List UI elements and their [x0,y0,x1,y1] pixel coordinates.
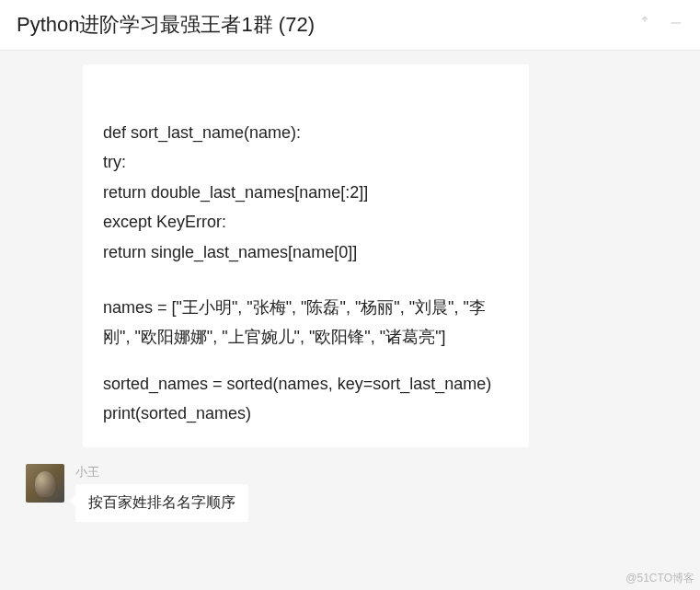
code-line: return double_last_names[name[:2]] [103,178,509,207]
chat-title: Python进阶学习最强王者1群 (72) [17,11,315,39]
code-line: names = ["王小明", "张梅", "陈磊", "杨丽", "刘晨", … [103,293,509,353]
cutoff-text: — — · · — · [103,74,509,85]
code-line: return single_last_names[name[0]] [103,237,509,267]
code-line: try: [103,147,509,177]
chat-header: Python进阶学习最强王者1群 (72) [0,0,700,51]
code-message-bubble: — — · · — · def sort_last_name(name): tr… [83,64,529,447]
avatar[interactable] [26,464,64,503]
message-content: 小王 按百家姓排名名字顺序 [75,464,248,522]
header-actions [637,16,683,34]
code-line: print(sorted_names) [103,399,509,428]
pin-icon[interactable] [637,16,652,34]
watermark: @51CTO博客 [625,571,694,586]
code-line: def sort_last_name(name): [103,118,509,147]
text-bubble: 按百家姓排名名字顺序 [75,484,248,522]
chat-area: — — · · — · def sort_last_name(name): tr… [0,64,700,522]
code-line: except KeyError: [103,207,509,237]
code-line: sorted_names = sorted(names, key=sort_la… [103,369,509,399]
minus-icon[interactable] [669,16,683,34]
message-row: 小王 按百家姓排名名字顺序 [26,464,683,522]
sender-name: 小王 [75,464,248,480]
